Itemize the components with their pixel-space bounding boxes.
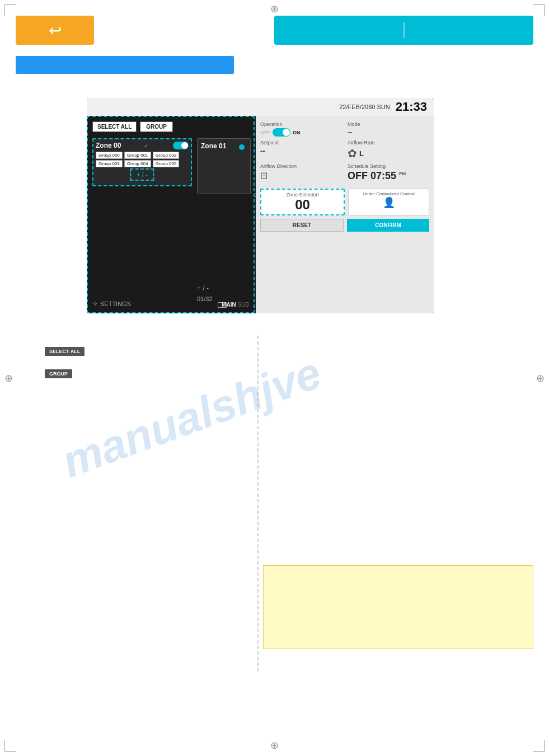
mode-cell: Mode -- <box>348 121 429 137</box>
watermark-text: manualshjve <box>55 347 328 488</box>
settings-bar[interactable]: ✧ SETTINGS <box>92 300 131 308</box>
screen-left-panel: SELECT ALL GROUP Zone 00 ✓ Group 000 Gro… <box>87 116 255 313</box>
crosshair-top-mark: ⊕ <box>270 4 279 13</box>
setpoint-value: -- <box>260 147 342 155</box>
screen-time: 21:33 <box>396 100 427 114</box>
settings-gear-icon: ✧ <box>92 300 98 308</box>
zone-00-slash: ✓ <box>144 143 148 149</box>
group-label-below: GROUP <box>45 369 72 378</box>
group-tag-001[interactable]: Group 001 <box>124 152 151 159</box>
zone-counter: 01/32 <box>197 295 213 302</box>
operation-row: OFF ON <box>260 128 342 137</box>
crosshair-left-mark: ⊕ <box>4 372 13 384</box>
yellow-note-box <box>263 565 533 649</box>
group-tag-000[interactable]: Group 000 <box>96 152 123 159</box>
group-tag-002[interactable]: Group 002 <box>153 152 180 159</box>
setpoint-label: Setpoint <box>260 140 342 145</box>
group-tag-003[interactable]: Group 003 <box>96 160 123 167</box>
main-label: MAIN <box>222 302 236 308</box>
setpoint-cell: Setpoint -- <box>260 140 342 160</box>
airflow-rate-icon: ✿ <box>348 147 357 160</box>
zone-00-header: Zone 00 ✓ <box>96 142 189 149</box>
sub-label: SUB <box>236 302 249 308</box>
corner-mark-tr <box>533 4 545 16</box>
airflow-rate-cell: Airflow Rate ✿ L <box>348 140 429 160</box>
op-toggle[interactable] <box>273 128 290 137</box>
schedule-value: OFF 07:55 PM <box>348 170 429 182</box>
header-bar-divider <box>403 22 405 38</box>
zone-btn-row: SELECT ALL GROUP <box>92 121 173 132</box>
toggle-thumb <box>181 142 188 149</box>
back-arrow-icon: ↩ <box>49 21 62 40</box>
settings-label: SETTINGS <box>100 300 131 307</box>
zone-01-plus-minus: + / - <box>197 284 209 292</box>
zone-01-status-dot <box>239 144 245 150</box>
sub-header-bar <box>16 56 234 74</box>
airflow-rate-label: Airflow Rate <box>348 140 429 145</box>
corner-mark-br <box>533 740 545 752</box>
reset-button[interactable]: RESET <box>260 219 344 232</box>
zone-00-name: Zone 00 <box>96 142 121 149</box>
header-bar <box>274 16 533 45</box>
select-all-button[interactable]: SELECT ALL <box>92 121 137 132</box>
zone-01-name: Zone 01 <box>201 142 226 150</box>
group-tag-row-2: Group 003 Group 004 Group 005 <box>96 160 189 167</box>
zone-00-panel: Zone 00 ✓ Group 000 Group 001 Group 002 … <box>92 138 192 186</box>
airflow-rate-value: L <box>359 149 364 158</box>
zone-selected-number: 00 <box>266 198 339 212</box>
corner-mark-tl <box>4 4 16 16</box>
airflow-dir-cell: Airflow Direction ⊡ <box>260 163 342 182</box>
op-on-label: ON <box>293 130 301 135</box>
schedule-pm: PM <box>399 171 406 176</box>
zone-00-toggle[interactable] <box>173 142 189 149</box>
mode-value: -- <box>348 128 429 137</box>
crosshair-bottom-mark: ⊕ <box>270 739 279 752</box>
action-buttons: RESET CONFIRM <box>260 219 429 232</box>
bottom-row: Zone Selected 00 Under Centralized Contr… <box>260 185 429 215</box>
main-screen: 22/FEB/2060 SUN 21:33 SELECT ALL GROUP Z… <box>87 98 434 313</box>
airflow-dir-label: Airflow Direction <box>260 163 342 169</box>
person-icon: 👤 <box>352 196 425 209</box>
confirm-button[interactable]: CONFIRM <box>347 219 429 232</box>
group-button[interactable]: GROUP <box>140 121 173 132</box>
select-all-label-below: SELECT ALL <box>45 347 85 356</box>
main-sub-label: MAIN SUB <box>222 302 249 308</box>
schedule-label: Schedule Setting <box>348 163 429 169</box>
centralized-panel: Under Centralized Control 👤 <box>348 189 429 215</box>
group-tag-004[interactable]: Group 004 <box>124 160 151 167</box>
group-tag-row-1: Group 000 Group 001 Group 002 <box>96 152 189 159</box>
zone-selected-panel: Zone Selected 00 <box>260 189 345 215</box>
dashed-divider <box>257 336 259 672</box>
screen-date: 22/FEB/2060 SUN <box>339 104 390 110</box>
screen-topbar: 22/FEB/2060 SUN 21:33 <box>87 98 434 116</box>
airflow-dir-icon: ⊡ <box>260 170 342 181</box>
zone-plus-minus-button[interactable]: + / - <box>130 168 154 181</box>
op-off-label: OFF <box>260 130 270 135</box>
operation-cell: Operation OFF ON <box>260 121 342 137</box>
operation-label: Operation <box>260 121 342 127</box>
centralized-label: Under Centralized Control <box>352 191 425 196</box>
screen-right-panel: Operation OFF ON Mode -- Setpoint -- <box>256 116 434 313</box>
schedule-cell: Schedule Setting OFF 07:55 PM <box>348 163 429 182</box>
corner-mark-bl <box>4 740 16 752</box>
mode-label: Mode <box>348 121 429 127</box>
crosshair-right-mark: ⊕ <box>536 372 545 384</box>
group-tag-005[interactable]: Group 005 <box>153 160 180 167</box>
back-button[interactable]: ↩ <box>16 16 94 45</box>
op-toggle-thumb <box>283 129 290 136</box>
zone-01-panel: Zone 01 <box>197 138 251 194</box>
control-grid: Operation OFF ON Mode -- Setpoint -- <box>260 121 429 182</box>
toggle-track <box>173 142 189 149</box>
